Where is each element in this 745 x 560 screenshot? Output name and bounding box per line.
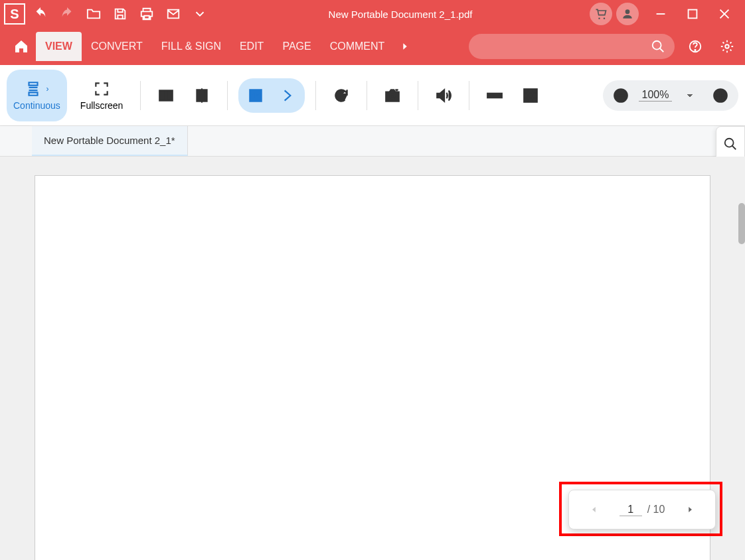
find-icon[interactable] [721,135,740,153]
grid-icon[interactable] [516,81,545,110]
vertical-scrollbar[interactable] [738,203,745,244]
rotate-icon[interactable] [327,81,356,110]
svg-point-0 [598,17,600,19]
search-icon [651,39,665,54]
svg-text:1:1: 1:1 [252,92,262,100]
tab-fill-sign[interactable]: FILL & SIGN [152,32,230,61]
fit-more-icon[interactable] [273,81,302,110]
page-total: / 10 [647,504,665,516]
print-icon[interactable] [135,3,158,25]
open-folder-icon[interactable] [82,3,105,25]
document-title: New Portable Document 2_1.pdf [329,9,473,20]
svg-line-8 [660,48,664,52]
tab-convert[interactable]: CONVERT [82,32,152,61]
close-icon[interactable] [713,3,736,25]
zoom-out-icon[interactable] [608,83,633,108]
svg-point-15 [390,94,395,98]
undo-icon[interactable] [29,3,52,25]
svg-point-1 [604,17,606,19]
view-ribbon: › Continuous Fullscreen 1:1 100% [0,65,745,126]
book-view-icon[interactable] [151,81,181,110]
account-button[interactable] [616,3,639,25]
fullscreen-label: Fullscreen [80,100,124,111]
prev-page-icon [586,502,602,518]
zoom-value[interactable]: 100% [639,89,672,102]
tabs-more-icon[interactable] [394,41,416,52]
ruler-icon[interactable] [480,81,509,110]
minimize-icon[interactable] [649,3,672,25]
chevron-down-icon[interactable] [189,3,211,25]
page-navigator: / 10 [568,490,716,529]
ribbon-separator [140,81,141,110]
zoom-dropdown-icon[interactable] [677,83,703,108]
svg-point-2 [625,9,630,14]
fit-mode-group: 1:1 [238,78,305,113]
fit-actual-icon[interactable]: 1:1 [241,81,270,110]
maximize-icon[interactable] [681,3,704,25]
ribbon-separator [227,81,228,110]
tab-comment[interactable]: COMMENT [321,32,394,61]
app-logo: S [4,3,25,25]
ribbon-separator [315,81,316,110]
ribbon-separator [367,81,367,110]
tab-view[interactable]: VIEW [36,32,82,61]
settings-icon[interactable] [716,35,738,58]
redo-icon [56,3,78,25]
save-icon[interactable] [109,3,131,25]
menu-bar: VIEW CONVERT FILL & SIGN EDIT PAGE COMME… [0,28,745,65]
continuous-label: Continuous [13,100,60,111]
ribbon-separator [469,81,469,110]
svg-point-11 [725,44,729,48]
svg-point-26 [725,139,734,147]
continuous-mode-button[interactable]: › Continuous [7,70,67,121]
svg-rect-17 [525,89,538,102]
help-icon[interactable] [684,35,706,58]
svg-rect-4 [689,10,697,19]
mail-icon[interactable] [162,3,185,25]
document-tab[interactable]: New Portable Document 2_1* [32,126,188,156]
home-button[interactable] [7,32,36,61]
ribbon-separator [418,81,418,110]
cart-button[interactable] [590,3,612,25]
svg-point-10 [695,50,695,50]
svg-point-7 [653,41,661,50]
document-tab-strip: New Portable Document 2_1* [0,126,745,157]
zoom-control: 100% [603,80,738,111]
fullscreen-button[interactable]: Fullscreen [74,70,130,121]
next-page-icon[interactable] [682,502,698,518]
page-number-input[interactable] [620,504,642,516]
tab-page[interactable]: PAGE [273,32,320,61]
zoom-in-icon[interactable] [708,83,733,108]
snapshot-icon[interactable] [378,81,407,110]
title-bar: S New Portable Document 2_1.pdf [0,0,745,28]
split-view-icon[interactable] [187,81,216,110]
read-aloud-icon[interactable] [429,81,458,110]
svg-line-27 [732,146,736,150]
search-input[interactable] [469,34,675,59]
tab-edit[interactable]: EDIT [230,32,273,61]
